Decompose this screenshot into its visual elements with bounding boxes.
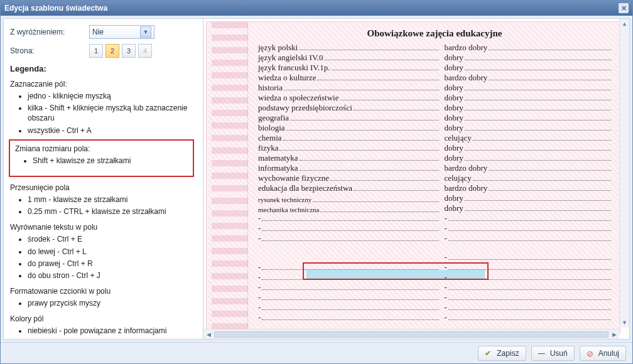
right-panel: Obowiązkowe zajęcia edukacyjne język pol… bbox=[203, 19, 629, 339]
grade-row[interactable]: podstawy przedsiębiorczościdobry bbox=[256, 103, 614, 113]
scroll-down-icon[interactable]: ▼ bbox=[620, 318, 629, 328]
legend-section-title: Wyrównanie tekstu w polu bbox=[10, 223, 194, 232]
check-icon bbox=[485, 349, 494, 358]
subject-text: - bbox=[258, 292, 261, 302]
legend-item: do obu stron - Ctrl + J bbox=[28, 270, 194, 281]
vertical-scrollbar[interactable]: ▲ ▼ bbox=[619, 19, 629, 328]
grade-row[interactable]: wiedza o kulturzebardzo dobry bbox=[256, 73, 614, 83]
stop-icon bbox=[587, 349, 595, 358]
grade-row[interactable]: -- bbox=[256, 292, 614, 302]
legend-item: 1 mm - klawisze ze strzałkami bbox=[28, 195, 194, 205]
distinction-select[interactable]: Nie ▼ bbox=[89, 25, 154, 39]
legend-list: jedno - kliknięcie myszkąkilka - Shift +… bbox=[10, 91, 194, 136]
grade-text: celujący bbox=[444, 133, 471, 143]
grade-text: dobry bbox=[444, 113, 463, 123]
grade-row[interactable]: chemiacelujący bbox=[256, 133, 614, 143]
delete-button[interactable]: Usuń bbox=[531, 346, 575, 361]
certificate-content: Obowiązkowe zajęcia edukacyjne język pol… bbox=[256, 28, 614, 327]
legend-section: Przesunięcie pola1 mm - klawisze ze strz… bbox=[10, 183, 194, 217]
grade-text: - bbox=[444, 262, 446, 272]
grade-row[interactable]: -- bbox=[256, 302, 614, 313]
distinction-value: Nie bbox=[92, 28, 104, 36]
page-button-2[interactable]: 2 bbox=[106, 44, 119, 58]
page-button-3[interactable]: 3 bbox=[122, 44, 136, 58]
grade-row[interactable]: edukacja dla bezpieczeństwabardzo dobry bbox=[256, 183, 614, 193]
page-button-1[interactable]: 1 bbox=[89, 44, 103, 58]
chevron-down-icon: ▼ bbox=[140, 26, 151, 38]
subject-text: - bbox=[258, 313, 261, 323]
subject-text: matematyka bbox=[258, 153, 298, 163]
grade-text: dobry bbox=[444, 53, 463, 63]
subject-text: wiedza o społeczeństwie bbox=[258, 93, 339, 103]
grade-text: - bbox=[444, 313, 446, 323]
grade-row[interactable]: biologiadobry bbox=[256, 123, 614, 133]
grade-row[interactable]: fizykadobry bbox=[256, 143, 614, 153]
legend-section-title: Przesunięcie pola bbox=[10, 183, 194, 192]
certificate-page[interactable]: Obowiązkowe zajęcia edukacyjne język pol… bbox=[206, 21, 620, 334]
grade-text: - bbox=[444, 252, 446, 262]
horizontal-scrollbar[interactable]: ◀ ▶ bbox=[203, 329, 619, 339]
grade-text: - bbox=[444, 213, 446, 223]
subject-text: - bbox=[258, 302, 261, 313]
grade-row[interactable]: -- bbox=[256, 244, 614, 262]
subject-text: informatyka bbox=[258, 163, 298, 173]
grade-row[interactable]: język angielski IV.0dobry bbox=[256, 53, 614, 63]
grade-text: dobry bbox=[444, 193, 463, 203]
distinction-row: Z wyróżnieniem: Nie ▼ bbox=[10, 25, 194, 39]
grade-row[interactable]: historiadobry bbox=[256, 83, 614, 93]
grade-row[interactable]: -- bbox=[256, 223, 614, 233]
subject-text: język polski bbox=[258, 43, 298, 53]
grade-row[interactable]: -- bbox=[256, 262, 614, 272]
legend-section: Kolory pólniebieski - pole powiązane z i… bbox=[10, 314, 194, 336]
grade-row[interactable]: matematykadobry bbox=[256, 153, 614, 163]
subject-text: rysunek techniczny bbox=[258, 196, 311, 203]
grade-row[interactable]: -- bbox=[256, 313, 614, 323]
scroll-up-icon[interactable]: ▲ bbox=[620, 19, 629, 29]
grade-row[interactable]: -- bbox=[256, 282, 614, 292]
grade-text: bardzo dobry bbox=[444, 183, 487, 193]
save-button[interactable]: Zapisz bbox=[478, 346, 526, 361]
scroll-thumb[interactable] bbox=[214, 331, 609, 338]
subject-text: język angielski IV.0 bbox=[258, 53, 323, 63]
grade-row[interactable]: rysunek technicznydobry bbox=[256, 193, 614, 203]
grade-row[interactable]: język polskibardzo dobry bbox=[256, 43, 614, 53]
legend-item: do lewej - Ctrl + L bbox=[28, 247, 194, 257]
scroll-left-icon[interactable]: ◀ bbox=[203, 331, 214, 338]
left-panel: Z wyróżnieniem: Nie ▼ Strona: 1234 Legen… bbox=[4, 19, 203, 339]
dialog-window: Edycja szablonu świadectwa ✕ Z wyróżnien… bbox=[0, 0, 633, 364]
grade-row[interactable]: mechanika technicznadobry bbox=[256, 203, 614, 213]
legend-section: Formatowanie czcionki w poluprawy przyci… bbox=[10, 287, 194, 308]
subject-text: - bbox=[258, 262, 261, 272]
grade-row[interactable]: wychowanie fizycznecelujący bbox=[256, 173, 614, 183]
grade-row[interactable]: informatykabardzo dobry bbox=[256, 163, 614, 173]
legend-list: 1 mm - klawisze ze strzałkami0.25 mm - C… bbox=[10, 195, 194, 217]
cancel-button[interactable]: Anuluj bbox=[580, 346, 626, 361]
subject-text: biologia bbox=[258, 123, 285, 133]
grade-text: - bbox=[444, 272, 446, 282]
grade-text: bardzo dobry bbox=[444, 163, 487, 173]
grade-text: - bbox=[444, 302, 446, 313]
page-row: Strona: 1234 bbox=[10, 44, 194, 58]
dialog-footer: Zapisz Usuń Anuluj bbox=[1, 342, 632, 363]
certificate-heading: Obowiązkowe zajęcia edukacyjne bbox=[256, 28, 614, 39]
grade-row[interactable]: geografiadobry bbox=[256, 113, 614, 123]
legend-heading: Legenda: bbox=[10, 64, 194, 73]
subject-text: fizyka bbox=[258, 143, 278, 153]
grade-row[interactable]: -- bbox=[256, 272, 614, 282]
legend-item: do prawej - Ctrl + R bbox=[28, 259, 194, 269]
grade-row[interactable]: język francuski IV.1p.dobry bbox=[256, 63, 614, 73]
legend-item: środek - Ctrl + E bbox=[28, 234, 194, 244]
grade-text: dobry bbox=[444, 123, 463, 133]
grade-row[interactable]: -- bbox=[256, 233, 614, 244]
grade-text: dobry bbox=[444, 63, 463, 73]
scroll-right-icon[interactable]: ▶ bbox=[609, 331, 619, 338]
ornamental-border bbox=[212, 22, 248, 333]
legend-item: kilka - Shift + kliknięcie myszką lub za… bbox=[28, 103, 194, 123]
close-icon[interactable]: ✕ bbox=[619, 3, 629, 13]
subject-text: chemia bbox=[258, 133, 282, 143]
delete-label: Usuń bbox=[550, 349, 568, 358]
legend-section: Zmiana rozmiaru pola:Shift + klawisze ze… bbox=[9, 139, 194, 177]
grade-row[interactable]: wiedza o społeczeństwiedobry bbox=[256, 93, 614, 103]
page-button-4[interactable]: 4 bbox=[138, 44, 152, 58]
grade-row[interactable]: -- bbox=[256, 213, 614, 223]
